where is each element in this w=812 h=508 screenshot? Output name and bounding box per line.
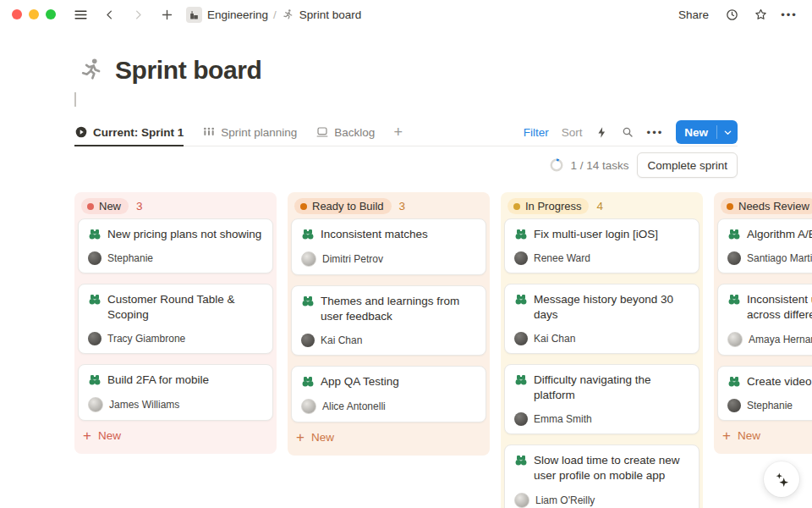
complete-sprint-button[interactable]: Complete sprint <box>637 152 738 178</box>
add-view-icon[interactable]: + <box>393 124 403 140</box>
share-button[interactable]: Share <box>678 8 709 21</box>
tab-sprint-planning[interactable]: Sprint planning <box>202 119 297 146</box>
board-column: Ready to Build 3 Inconsistent matches Di… <box>288 192 490 456</box>
new-task-button[interactable]: New <box>676 120 738 144</box>
window-controls <box>12 9 56 19</box>
column-count: 3 <box>136 200 143 213</box>
card-assignee: Stephanie <box>727 399 812 412</box>
task-card[interactable]: Algorithm A/B test Santiago Martinez <box>717 218 812 273</box>
card-assignee-name: Stephanie <box>107 252 153 264</box>
task-card[interactable]: Inconsistent user experience across diff… <box>717 284 812 356</box>
column-status-pill[interactable]: Ready to Build <box>294 198 392 214</box>
task-card[interactable]: Build 2FA for mobile James Williams <box>78 364 273 421</box>
favorite-star-icon[interactable] <box>749 3 771 25</box>
add-card-button[interactable]: + New <box>717 421 812 450</box>
add-card-button[interactable]: + New <box>291 422 486 452</box>
column-status-pill[interactable]: Needs Review <box>721 198 812 214</box>
new-page-icon[interactable] <box>156 3 178 25</box>
task-card[interactable]: Difficulty navigating the platform Emma … <box>504 364 700 434</box>
column-pill-label: Needs Review <box>738 200 809 213</box>
task-card[interactable]: Message history beyond 30 days Kai Chan <box>504 284 700 354</box>
card-assignee-name: Dimitri Petrov <box>322 253 383 265</box>
board-column: Needs Review Algorithm A/B test Santiago… <box>714 192 812 454</box>
card-title-row: Inconsistent matches <box>301 227 476 242</box>
card-title-row: Customer Round Table & Scoping <box>88 292 263 323</box>
card-title: Themes and learnings from user feedback <box>321 294 476 324</box>
task-card[interactable]: Customer Round Table & Scoping Tracy Gia… <box>78 284 273 354</box>
sprint-status-row: 1 / 14 tasks Complete sprint <box>74 146 738 184</box>
avatar <box>88 251 102 265</box>
add-card-button[interactable]: + New <box>78 421 273 450</box>
card-assignee-name: Emma Smith <box>534 413 592 425</box>
task-card[interactable]: Themes and learnings from user feedback … <box>291 285 486 356</box>
task-card[interactable]: Inconsistent matches Dimitri Petrov <box>291 218 486 275</box>
card-assignee: Amaya Hernandez <box>727 332 812 347</box>
filter-button[interactable]: Filter <box>524 126 549 139</box>
avatar <box>727 251 741 265</box>
card-title: Algorithm A/B test <box>747 227 812 242</box>
automations-lightning-icon[interactable] <box>595 126 608 139</box>
task-card[interactable]: Fix multi-user login [iOS] Renee Ward <box>504 218 700 273</box>
view-tabs: Current: Sprint 1 Sprint planning Backlo… <box>74 119 403 146</box>
breadcrumb-separator: / <box>273 8 277 21</box>
ai-sparkles-button[interactable] <box>764 461 799 497</box>
card-assignee-name: Tracy Giambrone <box>107 333 185 345</box>
status-dot-icon <box>300 203 307 210</box>
updates-clock-icon[interactable] <box>721 3 743 25</box>
running-person-page-icon[interactable] <box>78 57 105 84</box>
card-title-row: Slow load time to create new user profil… <box>514 453 689 483</box>
view-more-icon[interactable]: ••• <box>647 124 664 140</box>
column-status-pill[interactable]: New <box>81 198 129 214</box>
status-dot-icon <box>513 203 520 210</box>
column-pill-label: Ready to Build <box>312 200 384 213</box>
avatar <box>514 332 528 345</box>
column-status-pill[interactable]: In Progress <box>508 198 589 214</box>
card-assignee: Stephanie <box>88 251 263 265</box>
zoom-window-button[interactable] <box>46 9 56 19</box>
column-pill-label: New <box>99 200 121 213</box>
tab-current-sprint[interactable]: Current: Sprint 1 <box>74 119 184 146</box>
status-dot-icon <box>87 203 94 210</box>
backlog-icon <box>315 125 329 139</box>
breadcrumb-page[interactable]: Sprint board <box>282 8 362 21</box>
card-title-row: Inconsistent user experience across diff… <box>727 292 812 323</box>
page-header: Sprint board <box>78 52 812 88</box>
chevron-down-icon[interactable] <box>717 120 738 144</box>
new-task-button-label: New <box>676 120 716 144</box>
card-title: Inconsistent matches <box>321 227 428 242</box>
card-title-row: New pricing plans not showing <box>88 227 263 242</box>
task-card[interactable]: Create video guides Stephanie <box>717 366 812 421</box>
task-card[interactable]: App QA Testing Alice Antonelli <box>291 366 486 422</box>
sort-button[interactable]: Sort <box>562 126 583 139</box>
minimize-window-button[interactable] <box>29 9 39 19</box>
search-icon[interactable] <box>621 125 634 139</box>
binoculars-icon <box>514 373 528 387</box>
column-header: In Progress 4 <box>504 196 700 218</box>
back-icon[interactable] <box>98 3 120 25</box>
page-title[interactable]: Sprint board <box>115 56 262 85</box>
task-card[interactable]: Slow load time to create new user profil… <box>504 444 700 508</box>
card-title: Fix multi-user login [iOS] <box>534 227 658 242</box>
notion-window: Engineering / Sprint board Share ••• Spr… <box>0 0 812 508</box>
plus-icon: + <box>296 430 304 444</box>
play-circle-icon <box>74 125 88 139</box>
card-title: New pricing plans not showing <box>107 227 261 242</box>
card-assignee-name: James Williams <box>109 399 179 411</box>
more-options-icon[interactable]: ••• <box>778 3 800 25</box>
progress-circle-icon <box>550 158 563 172</box>
avatar <box>301 399 316 414</box>
sidebar-toggle-icon[interactable] <box>69 3 91 25</box>
forward-icon[interactable] <box>127 3 149 25</box>
binoculars-icon <box>514 454 528 467</box>
close-window-button[interactable] <box>12 9 22 19</box>
card-title: Difficulty navigating the platform <box>534 373 689 403</box>
binoculars-icon <box>727 375 741 389</box>
card-title: Create video guides <box>747 374 812 389</box>
breadcrumb-workspace[interactable]: Engineering <box>186 7 268 23</box>
card-assignee: Santiago Martinez <box>727 251 812 265</box>
binoculars-icon <box>88 373 102 387</box>
tab-label: Backlog <box>334 126 375 139</box>
tab-backlog[interactable]: Backlog <box>315 119 375 146</box>
task-card[interactable]: New pricing plans not showing Stephanie <box>78 218 273 273</box>
binoculars-icon <box>514 293 528 306</box>
